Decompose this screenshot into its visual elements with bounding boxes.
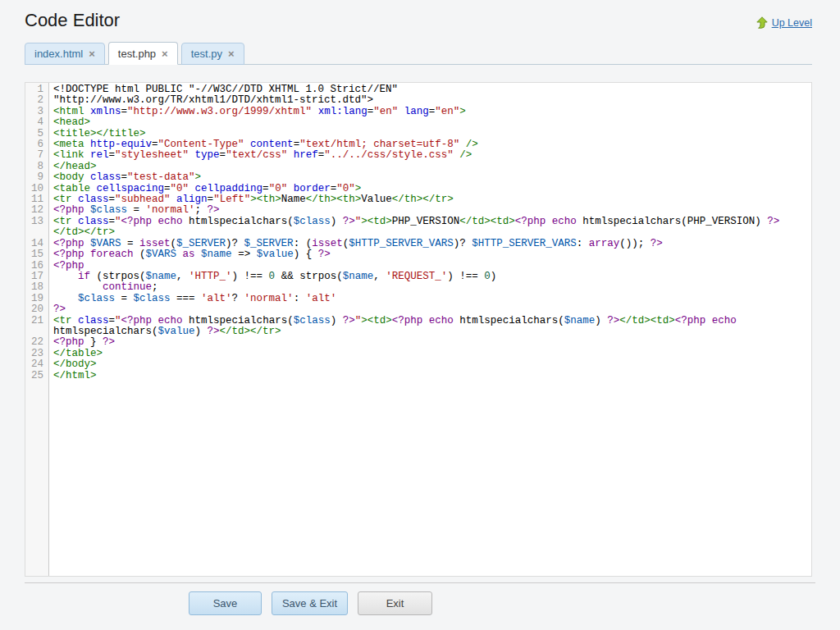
code-line: 1 <!DOCTYPE html PUBLIC "-//W3C//DTD XHT… [25, 84, 811, 95]
code-text: </body> [49, 359, 811, 370]
code-line: 6 <meta http-equiv="Content-Type" conten… [25, 139, 811, 150]
footer-divider [25, 582, 815, 583]
line-number: 3 [25, 107, 49, 117]
page-title: Code Editor [25, 10, 120, 31]
tab-bar: index.html × test.php × test.py × [25, 42, 812, 65]
code-line: 24 </body> [25, 359, 811, 370]
code-text: </head> [49, 162, 811, 172]
code-text: <html xmlns="http://www.w3.org/1999/xhtm… [49, 107, 811, 117]
line-number: 19 [25, 294, 49, 304]
line-number: 20 [25, 304, 49, 315]
code-text: ?> [49, 304, 811, 315]
tab-close-icon[interactable]: × [89, 48, 95, 59]
line-number: 2 [25, 95, 49, 106]
code-text: <tr class="<?php echo htmlspecialchars($… [49, 316, 811, 338]
up-level-link[interactable]: Up Level [756, 16, 812, 29]
code-line: 4 <head> [25, 117, 811, 128]
code-line: 9 <body class="test-data"> [25, 172, 811, 183]
code-line: 12 <?php $class = 'normal'; ?> [25, 205, 811, 216]
code-text: </table> [49, 349, 811, 359]
save-button[interactable]: Save [189, 591, 262, 615]
line-number: 13 [25, 217, 49, 239]
code-text: <body class="test-data"> [49, 172, 811, 183]
up-level-icon [756, 16, 768, 29]
tab-index.html[interactable]: index.html × [25, 43, 105, 65]
tab-test.php[interactable]: test.php × [108, 42, 178, 65]
code-line: 25 </html> [25, 371, 811, 381]
up-level-label: Up Level [772, 17, 812, 29]
code-line: 10 <table cellspacing="0" cellpadding="0… [25, 184, 811, 194]
tab-test.py[interactable]: test.py × [181, 43, 244, 65]
code-text: <tr class="<?php echo htmlspecialchars($… [49, 217, 811, 239]
code-line: 11 <tr class="subhead" align="Left"><th>… [25, 194, 811, 205]
line-number: 17 [25, 272, 49, 282]
line-number: 9 [25, 172, 49, 183]
code-line: 19 $class = $class === 'alt'? 'normal': … [25, 294, 811, 304]
code-line: 14 <?php $VARS = isset($_SERVER)? $_SERV… [25, 239, 811, 249]
tab-label: test.php [118, 48, 156, 60]
code-text: if (strpos($name, 'HTTP_') !== 0 && strp… [49, 272, 811, 282]
code-text: <!DOCTYPE html PUBLIC "-//W3C//DTD XHTML… [49, 84, 811, 95]
line-number: 7 [25, 150, 49, 161]
line-number: 18 [25, 282, 49, 293]
code-line: 17 if (strpos($name, 'HTTP_') !== 0 && s… [25, 272, 811, 282]
code-line: 18 continue; [25, 282, 811, 293]
code-line: 20 ?> [25, 304, 811, 315]
tab-label: index.html [34, 48, 83, 60]
code-editor[interactable]: 1 <!DOCTYPE html PUBLIC "-//W3C//DTD XHT… [25, 82, 812, 577]
code-text: <?php } ?> [49, 337, 811, 348]
code-text: <table cellspacing="0" cellpadding="0" b… [49, 184, 811, 194]
line-number: 11 [25, 194, 49, 205]
code-text: <?php $class = 'normal'; ?> [49, 205, 811, 216]
code-line: 8 </head> [25, 162, 811, 172]
code-line: 5 <title></title> [25, 129, 811, 139]
line-number: 16 [25, 261, 49, 272]
line-number: 24 [25, 359, 49, 370]
code-line: 23 </table> [25, 349, 811, 359]
line-number: 21 [25, 316, 49, 338]
code-text: <title></title> [49, 129, 811, 139]
line-number: 4 [25, 117, 49, 128]
code-line: 21 <tr class="<?php echo htmlspecialchar… [25, 316, 811, 338]
footer-buttons: Save Save & Exit Exit [189, 591, 432, 615]
code-text: <?php $VARS = isset($_SERVER)? $_SERVER:… [49, 239, 811, 249]
code-line: 2 "http://www.w3.org/TR/xhtml1/DTD/xhtml… [25, 95, 811, 106]
line-number: 1 [25, 84, 49, 95]
line-number: 12 [25, 205, 49, 216]
code-line: 13 <tr class="<?php echo htmlspecialchar… [25, 217, 811, 239]
code-text: "http://www.w3.org/TR/xhtml1/DTD/xhtml1-… [49, 95, 811, 106]
line-number: 14 [25, 239, 49, 249]
code-line: 7 <link rel="stylesheet" type="text/css"… [25, 150, 811, 161]
code-line: 15 <?php foreach ($VARS as $name => $val… [25, 249, 811, 260]
code-text: <?php [49, 261, 811, 272]
code-text: continue; [49, 282, 811, 293]
code-line: 22 <?php } ?> [25, 337, 811, 348]
exit-button[interactable]: Exit [358, 591, 432, 615]
save-exit-button[interactable]: Save & Exit [272, 591, 348, 615]
code-line: 3 <html xmlns="http://www.w3.org/1999/xh… [25, 107, 811, 117]
code-text: <link rel="stylesheet" type="text/css" h… [49, 150, 811, 161]
code-text: <tr class="subhead" align="Left"><th>Nam… [49, 194, 811, 205]
code-text: </html> [49, 371, 811, 381]
code-text: $class = $class === 'alt'? 'normal': 'al… [49, 294, 811, 304]
tab-label: test.py [191, 48, 222, 60]
line-number: 10 [25, 184, 49, 194]
line-number: 23 [25, 349, 49, 359]
line-number: 8 [25, 162, 49, 172]
line-number: 5 [25, 129, 49, 139]
line-number: 22 [25, 337, 49, 348]
code-text: <?php foreach ($VARS as $name => $value)… [49, 249, 811, 260]
line-number: 25 [25, 371, 49, 381]
tab-close-icon[interactable]: × [228, 48, 235, 59]
code-line: 16 <?php [25, 261, 811, 272]
code-text: <meta http-equiv="Content-Type" content=… [49, 139, 811, 150]
code-text: <head> [49, 117, 811, 128]
line-number: 15 [25, 249, 49, 260]
tab-close-icon[interactable]: × [162, 48, 168, 59]
line-number: 6 [25, 139, 49, 150]
code-lines[interactable]: 1 <!DOCTYPE html PUBLIC "-//W3C//DTD XHT… [25, 84, 811, 576]
